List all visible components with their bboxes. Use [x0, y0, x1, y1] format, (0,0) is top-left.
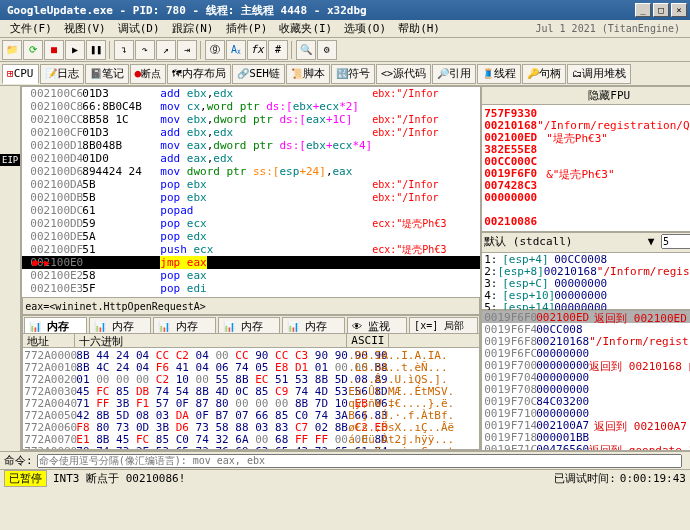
tab-bp[interactable]: ● 断点: [130, 64, 167, 84]
pause-icon[interactable]: ❚❚: [86, 40, 106, 60]
tab-script[interactable]: 📜 脚本: [286, 64, 330, 84]
tab-thr[interactable]: 🧵 线程: [477, 64, 521, 84]
disasm-row[interactable]: 002100DD59pop ecxecx:"堤壳Ph€3: [22, 217, 480, 230]
stepout-icon[interactable]: ↗: [156, 40, 176, 60]
tool-hash[interactable]: #: [268, 40, 288, 60]
tab-log[interactable]: 📝 日志: [40, 64, 84, 84]
disasm-row[interactable]: 002100D6894424 24mov dword ptr ss:[esp+2…: [22, 165, 480, 178]
hex-dump[interactable]: 772A00008B 44 24 04 CC C2 04 00 CC 90 CC…: [23, 348, 479, 449]
disasm-row[interactable]: 002100DE5Apop edx: [22, 230, 480, 243]
register-row[interactable]: 00000000: [484, 191, 690, 203]
command-input[interactable]: [37, 454, 682, 468]
tab-notes[interactable]: 📓 笔记: [85, 64, 129, 84]
tool-ax[interactable]: Aᵪ: [226, 40, 246, 60]
dump-tab-5[interactable]: 📊 内存 5: [282, 317, 344, 333]
stack-row[interactable]: 0019F714002100A7返回到 002100A7 自 ???: [482, 419, 690, 431]
tab-handle[interactable]: 🔑 句柄: [522, 64, 566, 84]
stack-row[interactable]: 0019F70400000000: [482, 371, 690, 383]
hex-row[interactable]: 772A003045 FC 85 DB 74 54 8B 4D 0C 85 C9…: [24, 385, 478, 397]
fpu-toggle[interactable]: 隐藏FPU: [482, 87, 690, 105]
hex-row[interactable]: 772A002001 00 00 00 C2 10 00 55 8B EC 51…: [24, 373, 478, 385]
run-icon[interactable]: ▶: [65, 40, 85, 60]
disasm-row[interactable]: 002100DB5Bpop ebxebx:"/Infor: [22, 191, 480, 204]
tab-seh[interactable]: 🔗 SEH链: [232, 64, 285, 84]
tool-fx[interactable]: fx: [247, 40, 267, 60]
stepinto-icon[interactable]: ↴: [114, 40, 134, 60]
hex-row[interactable]: 772A00108B 4C 24 04 F6 41 04 06 74 05 E8…: [24, 361, 478, 373]
hex-row[interactable]: 772A005042 8B 5D 08 03 DA 0F B7 07 66 85…: [24, 409, 478, 421]
col-ascii[interactable]: ASCII: [347, 334, 389, 347]
register-row[interactable]: [484, 203, 690, 215]
disasm-row[interactable]: 002100D18B048Bmov eax,dword ptr ds:[ebx+…: [22, 139, 480, 152]
registers-panel[interactable]: 隐藏FPU 757F933000210168"/Inform/registrat…: [481, 86, 690, 232]
disasm-row[interactable]: 002100DA5Bpop ebxebx:"/Infor: [22, 178, 480, 191]
menu-debug[interactable]: 调试(D): [112, 21, 166, 36]
menu-fav[interactable]: 收藏夹(I): [273, 21, 338, 36]
dump-tab-3[interactable]: 📊 内存 3: [153, 317, 215, 333]
stack-row[interactable]: 0019F6F400CC008: [482, 323, 690, 335]
stack-row[interactable]: 0019F6F800210168"/Inform/registration/Q0…: [482, 335, 690, 347]
stack-row[interactable]: 0019F6FC00000000: [482, 347, 690, 359]
stack-row[interactable]: 0019F70000000000返回到 00210168 自 002100D7: [482, 359, 690, 371]
dump-tab-1[interactable]: 📊 内存 1: [24, 317, 86, 333]
close-button[interactable]: ×: [671, 3, 687, 17]
dump-tab-2[interactable]: 📊 内存 2: [89, 317, 151, 333]
hex-row[interactable]: 772A0060F8 80 73 0D 3B D6 73 58 88 03 83…: [24, 421, 478, 433]
disasm-row[interactable]: 002100E35Fpop edi: [22, 282, 480, 295]
stepn-icon[interactable]: ⇥: [177, 40, 197, 60]
tool-cfg[interactable]: ⚙: [317, 40, 337, 60]
arg-row[interactable]: 1:[esp+4]00CC0008: [482, 253, 690, 265]
menu-view[interactable]: 视图(V): [58, 21, 112, 36]
disasm-row[interactable]: 002100CF01D3add ebx,edxebx:"/Infor: [22, 126, 480, 139]
hex-row[interactable]: 772A004071 FF 3B F1 57 0F 87 80 00 00 00…: [24, 397, 478, 409]
stack-row[interactable]: 0019F6F0002100ED返回到 002100ED 自 ???: [482, 311, 690, 323]
tool-g[interactable]: ⓖ: [205, 40, 225, 60]
col-addr[interactable]: 地址: [23, 334, 75, 347]
tab-ref[interactable]: 🔎 引用: [432, 64, 476, 84]
stack-panel[interactable]: 0019F6F0002100ED返回到 002100ED 自 ???0019F6…: [481, 310, 690, 452]
hex-row[interactable]: 772A008079 74 73 2E 53 65 72 76 69 63 65…: [24, 445, 478, 449]
disasm-row[interactable]: 002100DC61popad: [22, 204, 480, 217]
stack-row[interactable]: 0019F71000000000: [482, 407, 690, 419]
tab-callstack[interactable]: 🗂 调用堆栈: [567, 64, 631, 84]
register-row[interactable]: 0019F6F0&"堤壳Ph€3": [484, 167, 690, 179]
disasm-row[interactable]: 002100C866:8B0C4Bmov cx,word ptr ds:[ebx…: [22, 100, 480, 113]
disasm-row[interactable]: 002100D401D0add eax,edx: [22, 152, 480, 165]
watch-tab[interactable]: 👁 监视 1: [347, 317, 408, 333]
tab-mem[interactable]: 🗺 内存布局: [167, 64, 231, 84]
tab-src[interactable]: <> 源代码: [376, 64, 431, 84]
col-hex[interactable]: 十六进制: [75, 334, 347, 347]
locals-tab[interactable]: [x=] 局部变: [409, 317, 478, 333]
tab-sym[interactable]: 🔣 符号: [331, 64, 375, 84]
tool-s[interactable]: 🔍: [296, 40, 316, 60]
argcount-input[interactable]: [661, 234, 690, 249]
stack-row[interactable]: 0019F70800000000: [482, 383, 690, 395]
register-row[interactable]: 002100ED"堤壳Ph€3": [484, 131, 690, 143]
register-row[interactable]: 00CC000C: [484, 155, 690, 167]
register-row[interactable]: 757F9330: [484, 107, 690, 119]
hex-row[interactable]: 772A0070E1 8B 45 FC 85 C0 74 32 6A 00 68…: [24, 433, 478, 445]
dump-tab-4[interactable]: 📊 内存 4: [218, 317, 280, 333]
menu-trace[interactable]: 跟踪(N): [166, 21, 220, 36]
menu-help[interactable]: 帮助(H): [392, 21, 446, 36]
disasm-row[interactable]: 002100E258pop eax: [22, 269, 480, 282]
disasm-row[interactable]: ●─▶002100E0FFE0jmp eax: [22, 256, 480, 269]
arg-row[interactable]: 4:[esp+10]00000000: [482, 289, 690, 301]
tab-cpu[interactable]: ⊞ CPU: [2, 64, 39, 84]
maximize-button[interactable]: □: [653, 3, 669, 17]
disasm-row[interactable]: 002100DF51push ecxecx:"堤壳Ph€3: [22, 243, 480, 256]
minimize-button[interactable]: _: [635, 3, 651, 17]
arg-row[interactable]: 2:[esp+8]00210168 "/Inform/registration/…: [482, 265, 690, 277]
menu-plugins[interactable]: 插件(P): [220, 21, 274, 36]
menu-options[interactable]: 选项(O): [338, 21, 392, 36]
disasm-row[interactable]: 002100CC8B58 1Cmov ebx,dword ptr ds:[eax…: [22, 113, 480, 126]
arg-row[interactable]: 3:[esp+C]00000000: [482, 277, 690, 289]
restart-icon[interactable]: ⟳: [23, 40, 43, 60]
stack-row[interactable]: 0019F70C84C03200: [482, 395, 690, 407]
register-row[interactable]: 00210086: [484, 215, 690, 227]
open-icon[interactable]: 📁: [2, 40, 22, 60]
stack-row[interactable]: 0019F718000001BB: [482, 431, 690, 443]
stop-icon[interactable]: ■: [44, 40, 64, 60]
hex-row[interactable]: 772A00008B 44 24 04 CC C2 04 00 CC 90 CC…: [24, 349, 478, 361]
disasm-row[interactable]: 002100C601D3add ebx,edxebx:"/Infor: [22, 87, 480, 100]
